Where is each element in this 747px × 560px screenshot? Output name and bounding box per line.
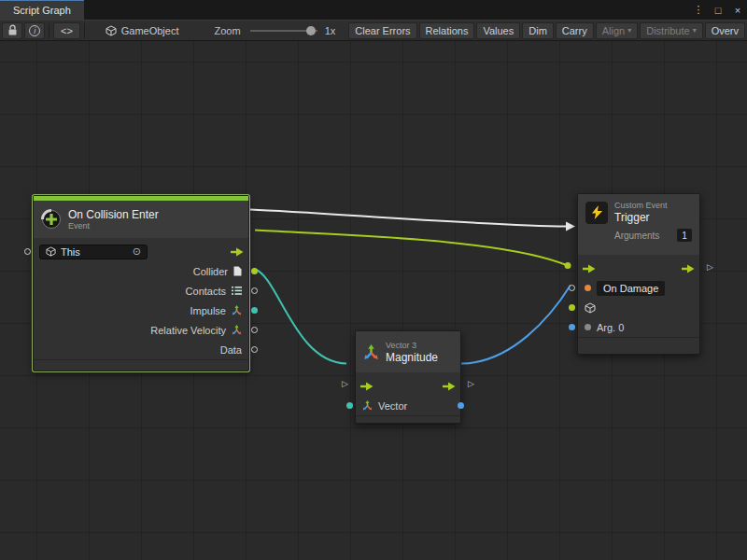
gameobject-cube-icon bbox=[585, 302, 596, 314]
string-port-dot bbox=[585, 285, 591, 291]
toolbar-separator bbox=[84, 23, 85, 38]
tab-script-graph[interactable]: Script Graph bbox=[0, 0, 84, 20]
node-type-label: Vector 3 bbox=[386, 341, 438, 351]
flow-input-arrow-icon bbox=[583, 264, 596, 273]
values-button[interactable]: Values bbox=[476, 22, 520, 39]
relative-velocity-label: Relative Velocity bbox=[150, 325, 226, 336]
node-trigger-custom-event[interactable]: Custom Event Trigger Arguments 1 On Dama… bbox=[577, 193, 700, 355]
list-icon bbox=[232, 287, 242, 295]
node-on-collision-enter[interactable]: On Collision Enter Event This ⊙ Collider… bbox=[33, 195, 249, 371]
vector-input-row: Vector bbox=[356, 396, 460, 415]
event-name-input-port[interactable] bbox=[569, 285, 575, 291]
node-title: On Collision Enter bbox=[68, 208, 159, 221]
data-output-port[interactable] bbox=[251, 346, 258, 353]
event-name-row: On Damage bbox=[578, 278, 699, 298]
vector-axes-icon bbox=[232, 305, 242, 315]
target-row bbox=[578, 298, 699, 317]
collider-label: Collider bbox=[193, 266, 228, 277]
node-header: Vector 3 Magnitude bbox=[356, 331, 460, 372]
lightning-bolt-icon bbox=[591, 205, 603, 219]
arguments-value-field[interactable]: 1 bbox=[677, 229, 692, 242]
impulse-label: Impulse bbox=[190, 305, 226, 316]
info-button[interactable]: i bbox=[24, 22, 45, 39]
graph-canvas[interactable]: On Collision Enter Event This ⊙ Collider… bbox=[0, 41, 747, 560]
magnitude-wire[interactable] bbox=[461, 286, 571, 364]
collider-output-port[interactable] bbox=[251, 268, 258, 274]
overview-button[interactable]: Overv bbox=[705, 22, 745, 39]
zoom-slider-handle[interactable] bbox=[306, 26, 316, 35]
relative-velocity-output-port[interactable] bbox=[251, 327, 258, 333]
event-name-field[interactable]: On Damage bbox=[597, 281, 665, 296]
chevron-down-icon: ▾ bbox=[627, 26, 631, 35]
kebab-menu-icon[interactable]: ⋮ bbox=[692, 4, 705, 16]
contacts-output-port[interactable] bbox=[251, 287, 258, 294]
code-view-button[interactable]: <> bbox=[53, 22, 80, 39]
this-target-field[interactable]: This ⊙ bbox=[39, 245, 148, 259]
vector3-icon bbox=[363, 344, 379, 360]
gameobject-cube-icon bbox=[106, 25, 117, 36]
arg0-port-dot bbox=[585, 324, 591, 330]
node-subtitle: Event bbox=[68, 221, 159, 231]
target-input-port[interactable] bbox=[569, 304, 575, 311]
align-label: Align bbox=[602, 25, 625, 36]
target-input-port[interactable] bbox=[24, 248, 31, 255]
arguments-label: Arguments bbox=[614, 231, 659, 241]
output-row-relative-velocity: Relative Velocity bbox=[34, 320, 248, 340]
target-picker-icon[interactable]: ⊙ bbox=[133, 245, 141, 258]
align-button[interactable]: Align ▾ bbox=[596, 22, 638, 39]
contacts-label: Contacts bbox=[186, 286, 226, 297]
node-header: Custom Event Trigger Arguments 1 bbox=[578, 194, 699, 255]
node-vector3-magnitude[interactable]: Vector 3 Magnitude Vector ▷ ▷ bbox=[355, 330, 461, 424]
node-body: Vector bbox=[356, 372, 460, 415]
collider-wire-end bbox=[565, 262, 571, 269]
carry-button[interactable]: Carry bbox=[556, 22, 594, 39]
zoom-value: 1x bbox=[325, 25, 336, 36]
flow-output-arrow-icon bbox=[231, 247, 244, 257]
vector-axes-icon bbox=[362, 400, 373, 411]
flow-row bbox=[578, 259, 699, 278]
target-row: This ⊙ bbox=[34, 242, 248, 261]
zoom-slider[interactable] bbox=[250, 25, 317, 36]
chevron-down-icon: ▾ bbox=[693, 26, 697, 35]
impulse-output-port[interactable] bbox=[251, 307, 258, 314]
distribute-label: Distribute bbox=[646, 25, 689, 36]
magnitude-output-port[interactable] bbox=[458, 402, 464, 409]
gameobject-selector[interactable]: GameObject bbox=[106, 25, 179, 36]
flow-input-slot-icon[interactable]: ▷ bbox=[342, 380, 348, 388]
lock-button[interactable] bbox=[2, 22, 22, 39]
flow-output-arrow-icon bbox=[682, 264, 695, 273]
tab-title: Script Graph bbox=[13, 5, 71, 16]
output-row-collider: Collider bbox=[34, 261, 248, 281]
lock-icon bbox=[7, 24, 18, 36]
collider-wire[interactable] bbox=[255, 231, 568, 266]
vector-axes-icon bbox=[232, 325, 242, 335]
relations-button[interactable]: Relations bbox=[419, 22, 475, 39]
code-icon: <> bbox=[61, 25, 73, 36]
gameobject-label: GameObject bbox=[121, 25, 179, 36]
node-footer bbox=[34, 359, 248, 371]
flow-output-arrow-icon bbox=[443, 382, 456, 391]
output-row-data: Data bbox=[34, 340, 248, 359]
data-label: Data bbox=[220, 344, 242, 356]
distribute-button[interactable]: Distribute ▾ bbox=[640, 22, 702, 39]
node-title: Trigger bbox=[614, 211, 668, 224]
arguments-row: Arguments 1 bbox=[614, 229, 692, 242]
maximize-icon[interactable]: □ bbox=[712, 5, 725, 16]
flow-wire-arrowhead bbox=[566, 222, 575, 231]
flow-output-slot-icon[interactable]: ▷ bbox=[707, 263, 713, 272]
flow-wire[interactable] bbox=[250, 210, 566, 227]
arg0-input-port[interactable] bbox=[569, 324, 575, 330]
clear-errors-button[interactable]: Clear Errors bbox=[348, 22, 416, 39]
zoom-label: Zoom bbox=[214, 25, 240, 36]
arg0-row: Arg. 0 bbox=[578, 317, 699, 337]
flow-row bbox=[356, 376, 460, 396]
node-footer bbox=[356, 415, 460, 423]
flow-output-slot-icon[interactable]: ▷ bbox=[468, 380, 474, 388]
close-icon[interactable]: × bbox=[731, 5, 744, 16]
dim-button[interactable]: Dim bbox=[522, 22, 554, 39]
impulse-wire[interactable] bbox=[255, 270, 346, 364]
node-footer bbox=[578, 337, 699, 354]
window-controls: ⋮ □ × bbox=[692, 0, 744, 20]
collision-event-icon bbox=[41, 209, 62, 230]
vector-input-port[interactable] bbox=[346, 402, 353, 409]
